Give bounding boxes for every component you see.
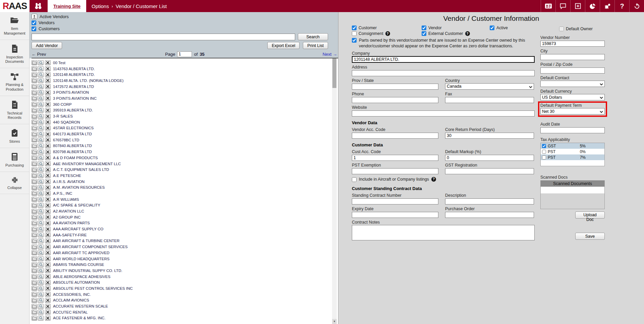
open-vendor-button[interactable]: [32, 90, 37, 95]
vendor-name[interactable]: ABARIS TRAINING COURSE: [53, 263, 104, 267]
open-vendor-button[interactable]: [32, 274, 37, 279]
open-vendor-button[interactable]: [32, 232, 37, 237]
vendor-name[interactable]: 676578BC LTD: [53, 138, 79, 142]
open-vendor-button[interactable]: [32, 167, 37, 172]
vendor-name[interactable]: A.M. AVIATION RESOURCES: [53, 185, 105, 189]
open-vendor-button[interactable]: [32, 310, 37, 315]
vendor-name[interactable]: 3 POINTS AVIATION: [53, 90, 89, 94]
print-list-button[interactable]: Print List: [303, 42, 328, 49]
vendor-list-scrollbar[interactable]: ▼: [332, 58, 337, 324]
view-vendor-button[interactable]: [38, 238, 44, 243]
add-window-icon[interactable]: [570, 0, 585, 12]
vendor-name[interactable]: A/C SPARE & SPECIALITY: [53, 203, 100, 207]
vendor-name[interactable]: ACCLAIM AVIONICS: [53, 298, 89, 302]
vendor-name[interactable]: 820798 ALBERTA LTD: [53, 150, 92, 154]
active-checkbox[interactable]: [490, 26, 494, 30]
delete-vendor-button[interactable]: [45, 292, 51, 297]
open-vendor-button[interactable]: [32, 84, 37, 89]
delete-vendor-button[interactable]: [45, 197, 51, 202]
audit-date-input[interactable]: [540, 127, 605, 133]
view-vendor-button[interactable]: [38, 215, 44, 220]
pie-chart-icon[interactable]: [585, 0, 600, 12]
contract-notes-textarea[interactable]: [352, 225, 535, 240]
delete-vendor-button[interactable]: [45, 173, 51, 178]
vendor-name[interactable]: 00 Test: [53, 61, 65, 65]
vendor-name[interactable]: AAA-SAFETY-FIRE: [53, 233, 87, 237]
view-vendor-button[interactable]: [38, 316, 44, 321]
vendor-name[interactable]: 4STAR ELECTRONICS: [53, 126, 94, 130]
open-vendor-button[interactable]: [32, 155, 37, 160]
purchase-order-input[interactable]: [445, 212, 534, 218]
tax-checkbox[interactable]: [542, 144, 546, 148]
delete-vendor-button[interactable]: [45, 120, 51, 125]
view-vendor-button[interactable]: [38, 209, 44, 214]
view-vendor-button[interactable]: [38, 203, 44, 208]
view-vendor-button[interactable]: [38, 108, 44, 113]
phone-input[interactable]: [352, 97, 438, 103]
delete-vendor-button[interactable]: [45, 78, 51, 83]
vendor-name[interactable]: ACCUTEC RENTAL: [53, 310, 88, 314]
view-vendor-button[interactable]: [38, 60, 44, 65]
vendor-name[interactable]: A.P.S., INC: [53, 191, 72, 195]
delete-vendor-button[interactable]: [45, 244, 51, 249]
open-vendor-button[interactable]: [32, 120, 37, 125]
vendor-name[interactable]: ABILITY INDUSTRIAL SUPPY CO. LTD.: [53, 269, 122, 273]
core-return-period-input[interactable]: [445, 133, 534, 139]
open-vendor-button[interactable]: [32, 244, 37, 249]
vendor-name[interactable]: 395919 ALBERTA LTD.: [53, 108, 93, 112]
vendor-name[interactable]: 440 SQADRON: [53, 120, 80, 124]
delete-vendor-button[interactable]: [45, 256, 51, 261]
default-currency-select[interactable]: US Dollars: [540, 94, 605, 100]
view-vendor-button[interactable]: [38, 304, 44, 309]
external-customer-checkbox[interactable]: [422, 31, 426, 36]
include-listings-checkbox[interactable]: [352, 177, 357, 182]
view-vendor-button[interactable]: [38, 197, 44, 202]
view-vendor-button[interactable]: [38, 256, 44, 261]
vendor-name[interactable]: 640173 ALBERTA LTD: [53, 132, 92, 136]
view-vendor-button[interactable]: [38, 227, 44, 232]
delete-vendor-button[interactable]: [45, 191, 51, 196]
settings-gears-icon[interactable]: [600, 0, 614, 12]
open-vendor-button[interactable]: [32, 161, 37, 166]
delete-vendor-button[interactable]: [45, 221, 51, 226]
pst-exemption-input[interactable]: [352, 168, 438, 174]
vendor-name[interactable]: AAA AIRCRAFT SUPPLY CO: [53, 227, 103, 231]
open-vendor-button[interactable]: [32, 262, 37, 267]
parts-owned-checkbox[interactable]: [352, 38, 357, 43]
vendor-name[interactable]: ACCESSORIES, INC.: [53, 292, 91, 296]
open-vendor-button[interactable]: [32, 173, 37, 178]
open-vendor-button[interactable]: [32, 256, 37, 261]
view-vendor-button[interactable]: [38, 268, 44, 273]
scroll-top-icon[interactable]: [32, 14, 37, 19]
default-contact-select[interactable]: [540, 81, 605, 87]
view-vendor-button[interactable]: [38, 292, 44, 297]
delete-vendor-button[interactable]: [45, 102, 51, 107]
delete-vendor-button[interactable]: [45, 155, 51, 160]
delete-vendor-button[interactable]: [45, 227, 51, 232]
sidebar-item-inspection-documents[interactable]: Inspection Documents: [0, 40, 29, 68]
open-vendor-button[interactable]: [32, 108, 37, 113]
open-vendor-button[interactable]: [32, 304, 37, 309]
view-vendor-button[interactable]: [38, 114, 44, 119]
view-vendor-button[interactable]: [38, 280, 44, 285]
filter-vendors-checkbox[interactable]: [32, 20, 36, 25]
prev-page-link[interactable]: ← Prev: [32, 52, 46, 57]
delete-vendor-button[interactable]: [45, 108, 51, 113]
customer-checkbox[interactable]: [352, 26, 357, 30]
delete-vendor-button[interactable]: [45, 185, 51, 190]
delete-vendor-button[interactable]: [45, 262, 51, 267]
contact-card-icon[interactable]: [541, 0, 555, 12]
delete-vendor-button[interactable]: [45, 167, 51, 172]
open-vendor-button[interactable]: [32, 316, 37, 321]
scrollbar-down-arrow-icon[interactable]: ▼: [332, 319, 337, 324]
upload-doc-button[interactable]: Upload Doc: [575, 212, 605, 219]
search-input[interactable]: [32, 34, 295, 40]
view-vendor-button[interactable]: [38, 298, 44, 303]
view-vendor-button[interactable]: [38, 120, 44, 125]
open-vendor-button[interactable]: [32, 60, 37, 65]
include-listings-help-icon[interactable]: ?: [431, 177, 436, 182]
consignment-help-icon[interactable]: ?: [385, 31, 390, 36]
vendor-name[interactable]: 1143763 ALBERTA LTD.: [53, 67, 95, 71]
vendor-name[interactable]: A.C.T. EQUIPMENT SALES LTD: [53, 168, 109, 172]
vendor-name[interactable]: AAR AIRCRAFT TC APPROVED: [53, 251, 109, 255]
